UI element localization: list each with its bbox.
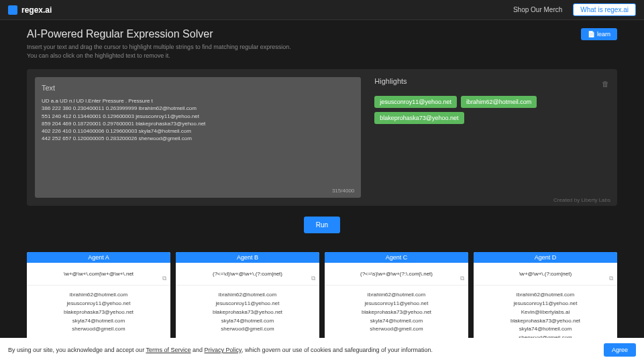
privacy-link[interactable]: Privacy Policy: [205, 347, 241, 353]
regex-text: \w+@\w+\.com|\w+@\w+\.net: [64, 271, 133, 277]
match-item: skyla74@hotmeil.com: [476, 325, 614, 334]
agent-regex: \w+@\w+\.com|\w+@\w+\.net ⧉: [27, 263, 170, 286]
cookie-text: By using our site, you acknowledge and a…: [8, 347, 433, 353]
agree-button[interactable]: Agree: [604, 343, 636, 357]
cookie-bar: By using our site, you acknowledge and a…: [0, 338, 644, 362]
agent-card-b: Agent B (?<=\d)\w+@\w+\.(?:com|net) ⧉ ib…: [176, 252, 319, 348]
agent-matches: ibrahim62@hotmeil.com jesusconroy11@yeho…: [325, 286, 468, 339]
what-is-button[interactable]: What is regex.ai: [573, 3, 636, 16]
copy-icon[interactable]: ⧉: [609, 275, 613, 282]
match-item: ibrahim62@hotmeil.com: [327, 291, 466, 300]
agent-matches: ibrahim62@hotmeil.com jesusconroy11@yeho…: [176, 286, 319, 339]
page-title: AI-Powered Regular Expression Solver: [27, 28, 617, 40]
match-item: Kevin@libertylabs.ai: [476, 308, 614, 317]
agent-card-c: Agent C (?<=\s)\w+@\w+(?:\.com|\.net) ⧉ …: [325, 252, 468, 348]
match-item: ibrahim62@hotmeil.com: [178, 291, 317, 300]
subtitle-line2: You can also click on the highlighted te…: [27, 52, 170, 59]
copy-icon[interactable]: ⧉: [162, 275, 166, 282]
highlight-chips: jesusconroy11@yehoo.net ibrahim62@hotmei…: [374, 96, 609, 124]
match-item: skyla74@hotmeil.com: [30, 317, 168, 326]
match-item: skyla74@hotmeil.com: [178, 317, 317, 326]
highlights-panel: Highlights 🗑 jesusconroy11@yehoo.net ibr…: [374, 77, 609, 198]
regex-text: (?<=\s)\w+@\w+(?:\.com|\.net): [360, 271, 433, 277]
header: regex.ai Shop Our Merch What is regex.ai: [0, 0, 644, 20]
match-item: jesusconroy11@yehoo.net: [327, 300, 466, 308]
char-count: 315/4000: [332, 188, 354, 194]
match-item: sherwood@gmeil.com: [30, 325, 168, 334]
cookie-suffix: , which govern our use of cookies and sa…: [241, 347, 433, 353]
agent-card-d: Agent D \w+@\w+\.(?:com|net) ⧉ ibrahim62…: [474, 252, 617, 348]
match-item: blakeprohaska73@yehoo.net: [327, 308, 466, 317]
header-right: Shop Our Merch What is regex.ai: [513, 3, 636, 16]
match-item: blakeprohaska73@yehoo.net: [476, 317, 614, 326]
text-panel-label: Text: [42, 84, 354, 92]
container: AI-Powered Regular Expression Solver Ins…: [0, 20, 644, 252]
tos-link[interactable]: Terms of Service: [146, 347, 191, 353]
copy-icon[interactable]: ⧉: [460, 275, 464, 282]
page-subtitle: Insert your text and drag the cursor to …: [27, 43, 617, 60]
match-item: blakeprohaska73@yehoo.net: [178, 308, 317, 317]
agent-regex: (?<=\d)\w+@\w+\.(?:com|net) ⧉: [176, 263, 319, 286]
agent-header: Agent D: [474, 252, 617, 263]
text-input[interactable]: UD a.a UD n.l UD l.Enter Pressure . Pres…: [42, 97, 354, 142]
logo-icon: [8, 5, 17, 15]
run-button[interactable]: Run: [304, 217, 340, 233]
text-panel: Text UD a.a UD n.l UD l.Enter Pressure .…: [35, 77, 361, 198]
regex-text: (?<=\d)\w+@\w+\.(?:com|net): [213, 271, 282, 277]
agent-header: Agent A: [27, 252, 170, 263]
agent-header: Agent C: [325, 252, 468, 263]
trash-icon[interactable]: 🗑: [602, 80, 609, 88]
match-item: ibrahim62@hotmeil.com: [30, 291, 168, 300]
learn-button[interactable]: 📄 learn: [581, 28, 617, 40]
agent-regex: (?<=\s)\w+@\w+(?:\.com|\.net) ⧉: [325, 263, 468, 286]
logo-text: regex.ai: [21, 5, 52, 15]
highlights-label: Highlights: [374, 77, 407, 85]
match-item: jesusconroy11@yehoo.net: [178, 300, 317, 308]
copy-icon[interactable]: ⧉: [311, 275, 315, 282]
highlights-header: Highlights 🗑: [374, 77, 609, 90]
regex-text: \w+@\w+\.(?:com|net): [519, 271, 572, 277]
shop-link[interactable]: Shop Our Merch: [513, 6, 562, 13]
match-item: ibrahim62@hotmeil.com: [476, 291, 614, 300]
match-item: skyla74@hotmeil.com: [327, 317, 466, 326]
agents-row: Agent A \w+@\w+\.com|\w+@\w+\.net ⧉ ibra…: [0, 252, 644, 348]
cookie-prefix: By using our site, you acknowledge and a…: [8, 347, 146, 353]
agent-regex: \w+@\w+\.(?:com|net) ⧉: [474, 263, 617, 286]
credit-text: Created by Liberty Labs: [553, 197, 610, 203]
highlight-chip[interactable]: blakeprohaska73@yehoo.net: [374, 112, 464, 124]
match-item: sherwood@gmeil.com: [327, 325, 466, 334]
match-item: jesusconroy11@yehoo.net: [30, 300, 168, 308]
agent-card-a: Agent A \w+@\w+\.com|\w+@\w+\.net ⧉ ibra…: [27, 252, 170, 348]
cookie-and: and: [191, 347, 205, 353]
match-item: blakeprohaska73@yehoo.net: [30, 308, 168, 317]
match-item: sherwood@gmeil.com: [178, 325, 317, 334]
main-panel: Text UD a.a UD n.l UD l.Enter Pressure .…: [27, 69, 617, 206]
subtitle-line1: Insert your text and drag the cursor to …: [27, 44, 291, 50]
agent-matches: ibrahim62@hotmeil.com jesusconroy11@yeho…: [27, 286, 170, 339]
logo[interactable]: regex.ai: [8, 5, 52, 15]
highlight-chip[interactable]: jesusconroy11@yehoo.net: [374, 96, 457, 108]
match-item: jesusconroy11@yehoo.net: [476, 300, 614, 308]
agent-header: Agent B: [176, 252, 319, 263]
highlight-chip[interactable]: ibrahim62@hotmeil.com: [461, 96, 537, 108]
